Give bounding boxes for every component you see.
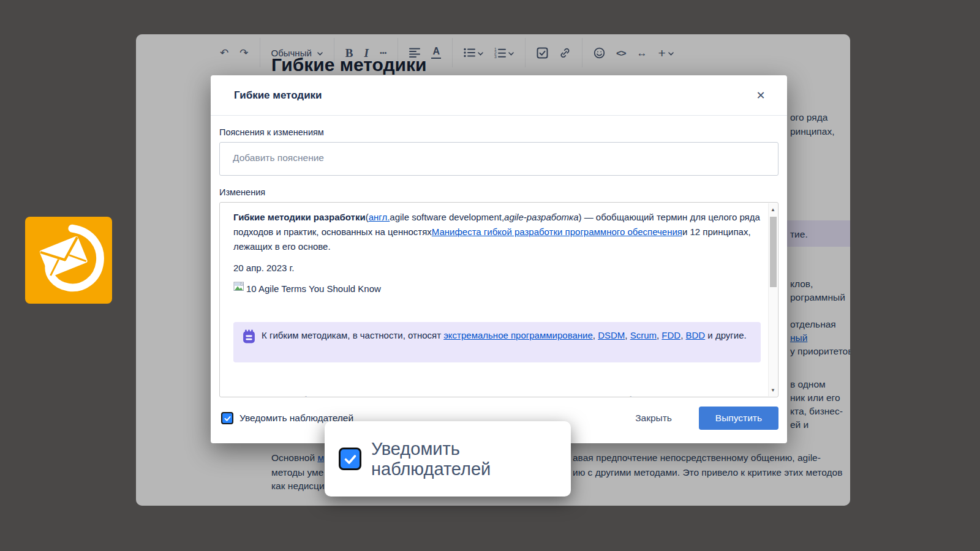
publish-button[interactable]: Выпустить: [699, 407, 778, 430]
image-alt-text: 10 Agile Terms You Should Know: [246, 282, 381, 296]
close-icon[interactable]: [753, 88, 769, 103]
preview-content: Гибкие методики разработки(англ.agile so…: [220, 203, 768, 397]
envelope-swirl-icon: [33, 223, 104, 297]
mail-app-icon[interactable]: [25, 217, 112, 304]
note-icon: [243, 329, 255, 348]
info-panel-text: К гибким методикам, в частности, относят…: [262, 328, 751, 342]
publish-dialog: Гибкие методики Пояснения к изменениям И…: [211, 75, 787, 443]
scroll-up-icon[interactable]: [769, 204, 777, 214]
text-run: и другие.: [705, 330, 747, 340]
dialog-actions: Закрыть Выпустить: [635, 407, 778, 430]
clipped-paragraph: Большинство гибких методологий нацелены …: [233, 393, 762, 397]
preview-paragraph: Гибкие методики разработки(англ.agile so…: [233, 210, 762, 254]
italic-text: agile-разработка: [504, 212, 578, 222]
text-run: ,: [680, 330, 685, 340]
changes-label: Изменения: [219, 187, 778, 197]
broken-image-icon: [233, 281, 244, 296]
inline-link[interactable]: BDD: [686, 330, 706, 340]
comment-label: Пояснения к изменениям: [219, 127, 778, 137]
text-run: К гибким методикам, в частности, относят: [262, 330, 443, 340]
inline-link[interactable]: DSDM: [598, 330, 625, 340]
inline-link[interactable]: Манифеста гибкой разработки программного…: [432, 227, 682, 237]
dialog-title: Гибкие методики: [234, 89, 753, 102]
changes-preview: Гибкие методики разработки(англ.agile so…: [219, 202, 778, 397]
magnified-notify-checkbox: [339, 448, 361, 470]
dialog-body: Пояснения к изменениям Изменения Гибкие …: [211, 127, 787, 430]
desktop-background: ↶↷ОбычныйBI•••A123<>↔+ Гибкие методикиог…: [0, 0, 980, 551]
close-button[interactable]: Закрыть: [635, 413, 672, 424]
magnified-notify-label: Уведомить наблюдателей: [371, 439, 571, 479]
preview-date: 20 апр. 2023 г.: [233, 261, 762, 276]
inline-link[interactable]: Scrum: [630, 330, 657, 340]
info-panel: К гибким методикам, в частности, относят…: [233, 322, 761, 362]
bold-text: Гибкие методики разработки: [233, 212, 366, 222]
preview-scrollbar[interactable]: [768, 203, 777, 396]
preview-image-line: 10 Agile Terms You Should Know: [233, 281, 762, 296]
inline-link[interactable]: англ.: [369, 212, 390, 222]
dialog-header: Гибкие методики: [211, 75, 787, 116]
comment-input[interactable]: [219, 142, 778, 176]
inline-link[interactable]: экстремальное программирование: [443, 330, 593, 340]
text-run: ,: [593, 330, 598, 340]
scrollbar-thumb[interactable]: [770, 217, 777, 287]
text-run: agile software development,: [390, 212, 504, 222]
text-run: ,: [625, 330, 630, 340]
notify-checkbox[interactable]: [221, 412, 233, 424]
inline-link[interactable]: FDD: [662, 330, 680, 340]
scroll-down-icon[interactable]: [769, 385, 777, 395]
magnifier-popup: Уведомить наблюдателей: [325, 421, 571, 497]
